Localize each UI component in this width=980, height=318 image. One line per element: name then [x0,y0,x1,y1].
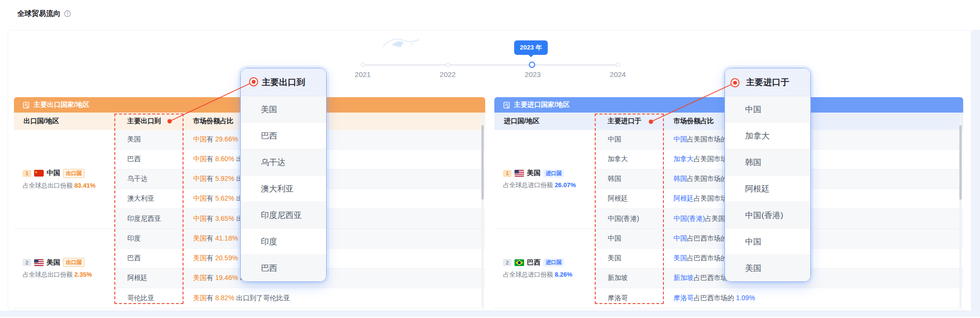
page-title-text: 全球贸易流向 [17,9,61,18]
dropdown-item[interactable]: 阿根廷 [725,176,810,202]
country-name: 美国 [47,258,60,267]
market-share-text: 美国占巴西市场的 [662,254,963,263]
rank-badge: 1 [23,170,31,177]
dropdown-item[interactable]: 加拿大 [725,123,810,149]
import-dropdown: 主要进口于 中国 加拿大 韩国 阿根廷 中国(香港) 中国 美国 [724,68,811,282]
country-name: 巴西 [527,258,540,267]
china-flag-icon [34,170,44,177]
role-badge: 进口国 [543,169,564,178]
rank-badge: 2 [503,259,512,266]
market-share-text: 美国有 20.59% 出 [182,254,485,263]
market-share-text: 中国有 3.65% 出 [182,215,485,223]
partner-country: 巴西 [115,155,182,164]
col-import-from: 主要进口于 [596,117,662,126]
dropdown-item[interactable]: 美国 [725,255,810,281]
brazil-flag-icon [514,259,524,266]
orders-icon [23,102,30,109]
info-circle-icon[interactable] [64,10,71,17]
slider-mark-2022[interactable] [446,63,450,67]
dropdown-item[interactable]: 美国 [241,96,326,123]
share-label: 占全球总出口份额 [23,182,73,189]
dropdown-item[interactable]: 中国 [725,96,810,123]
col-market-share: 市场份额占比 [182,117,485,126]
dropdown-item[interactable]: 印度尼西亚 [241,202,326,229]
partner-country: 中国(香港) [596,215,662,223]
table-row[interactable]: 摩洛哥 摩洛哥占巴西市场的 1.09% [596,288,963,308]
slider-handle[interactable] [529,62,535,68]
exporter-summary: 2 美国 出口国 占全球总出口份额 2.35% [14,229,115,308]
usa-flag-icon [514,170,524,177]
partner-country: 印度尼西亚 [115,215,182,223]
role-badge: 进口国 [543,258,564,267]
market-share-text: 美国有 8.82% 出口到了哥伦比亚 [182,294,485,303]
partner-country: 乌干达 [115,175,182,183]
share-label: 占全球总出口份额 [23,271,73,278]
country-name: 中国 [47,169,60,178]
orders-icon [503,102,510,109]
slider-mark-2024[interactable] [616,63,620,67]
page-background-strip-right [971,30,980,318]
dropdown-item[interactable]: 印度 [241,229,326,255]
page-title: 全球贸易流向 [17,9,71,18]
col-exporter: 出口国/地区 [14,117,115,126]
export-dropdown: 主要出口到 美国 巴西 乌干达 澳大利亚 印度尼西亚 印度 巴西 [240,68,327,282]
partner-country: 美国 [596,254,662,263]
year-label-2024[interactable]: 2024 [601,70,635,78]
col-importer: 进口国/地区 [494,117,596,126]
import-dropdown-title: 主要进口于 [725,68,810,96]
importer-summary: 1 美国 进口国 占全球总进口份额 26.07% [494,130,596,229]
dropdown-item[interactable]: 韩国 [725,149,810,176]
market-share-text: 中国占巴西市场的 [662,234,963,243]
page-background-strip-bottom [0,311,980,317]
col-export-to: 主要出口到 [115,117,182,126]
dropdown-item[interactable]: 乌干达 [241,149,326,176]
export-banner-label: 主要出口国家/地区 [34,101,89,109]
partner-country: 哥伦比亚 [115,294,182,303]
slider-tooltip: 2023 年 [514,40,548,55]
export-table-scrollbar-thumb[interactable] [481,125,484,200]
year-label-2022[interactable]: 2022 [431,70,465,78]
partner-country: 中国 [596,234,662,243]
dropdown-item[interactable]: 澳大利亚 [241,176,326,202]
partner-country: 加拿大 [596,155,662,164]
market-share-text: 中国有 8.60% 出 [182,155,485,164]
dropdown-item[interactable]: 巴西 [241,123,326,149]
watermark [374,33,427,53]
partner-country: 中国 [596,135,662,144]
market-share-text: 韩国占美国市场的 [662,175,963,183]
partner-country: 阿根廷 [596,194,662,203]
slider-mark-2021[interactable] [361,63,365,67]
table-row[interactable]: 哥伦比亚 美国有 8.82% 出口到了哥伦比亚 [115,288,485,308]
dropdown-item[interactable]: 巴西 [241,255,326,281]
dropdown-item[interactable]: 中国(香港) [725,202,810,229]
share-value: 83.41% [74,182,96,189]
share-value: 2.35% [74,271,92,278]
market-share-text: 新加坡占巴西市场 [662,274,963,282]
share-label: 占全球总进口份额 [503,271,553,278]
share-value: 8.26% [555,271,573,278]
rank-badge: 1 [503,170,512,177]
role-badge: 出口国 [63,169,85,178]
usa-flag-icon [34,259,44,266]
year-slider-track[interactable] [363,64,618,65]
partner-country: 摩洛哥 [596,294,662,303]
partner-country: 阿根廷 [115,274,182,282]
market-share-text: 中国(香港)占美国市 [662,215,963,223]
import-table-scrollbar-thumb[interactable] [959,125,962,200]
share-label: 占全球总进口份额 [503,181,553,189]
partner-country: 美国 [115,135,182,144]
market-share-text: 摩洛哥占巴西市场的 1.09% [662,294,963,303]
market-share-text: 美国有 19.46% 出 [182,274,485,282]
import-banner-label: 主要进口国家/地区 [514,101,570,109]
market-share-text: 美国有 41.18% 出 [182,234,485,243]
dropdown-item[interactable]: 中国 [725,229,810,255]
export-dropdown-title: 主要出口到 [241,68,326,96]
market-share-text: 加拿大占美国市场 [662,155,963,164]
importer-summary: 2 巴西 进口国 占全球总进口份额 8.26% [494,229,596,308]
year-label-2023[interactable]: 2023 [516,70,550,78]
partner-country: 韩国 [596,175,662,183]
market-share-text: 中国占美国市场的 [662,135,963,144]
year-label-2021[interactable]: 2021 [346,70,380,78]
partner-country: 澳大利亚 [115,194,182,203]
partner-country: 巴西 [115,254,182,263]
